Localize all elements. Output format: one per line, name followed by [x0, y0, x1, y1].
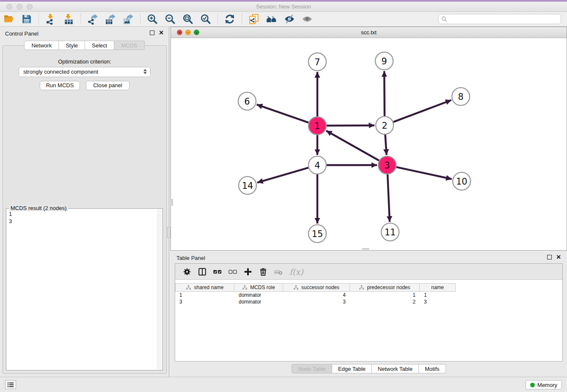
zoom-out-icon[interactable] — [164, 13, 176, 25]
export-network-icon[interactable] — [86, 13, 99, 25]
graph-edge-3-1[interactable] — [326, 131, 379, 160]
zoom-in-icon[interactable] — [146, 13, 159, 25]
clone-network-icon[interactable] — [248, 13, 260, 25]
graph-edge-4-14[interactable] — [257, 168, 308, 182]
table-panel-body: f(x) shared nameMCDS rolesuccessor nodes… — [175, 263, 563, 362]
float-table-panel-icon[interactable] — [547, 255, 552, 259]
table-rows: 1dominator4113dominator323 — [175, 292, 562, 305]
tab-style[interactable]: Style — [59, 41, 85, 50]
control-panel-title: Control Panel — [5, 30, 39, 37]
table-cell[interactable]: 4 — [283, 292, 350, 298]
delete-column-icon[interactable] — [258, 266, 269, 277]
column-header-name[interactable]: name — [420, 283, 456, 292]
table-row[interactable]: 3dominator323 — [175, 298, 562, 305]
table-cell[interactable]: 2 — [350, 298, 420, 305]
split-pane-grip[interactable] — [167, 227, 171, 238]
canvas-scroll-indicator-horizontal[interactable] — [362, 248, 369, 250]
save-session-icon[interactable] — [20, 13, 33, 25]
hide-selected-eye-icon[interactable] — [283, 13, 296, 25]
export-table-icon[interactable] — [104, 13, 117, 25]
graph-edge-1-6[interactable] — [257, 105, 309, 123]
network-maximize-button[interactable]: ＋ — [194, 30, 199, 35]
graph-node-label-1: 1 — [314, 121, 320, 131]
app-title: Session: New Session — [0, 2, 567, 12]
search-box[interactable] — [438, 14, 561, 24]
toolbar-separator — [140, 14, 140, 25]
tab-motifs[interactable]: Motifs — [419, 364, 446, 373]
mcds-result-scrollbar[interactable] — [157, 209, 162, 370]
close-panel-icon[interactable]: ✕ — [159, 29, 164, 36]
table-cell[interactable]: 3 — [283, 298, 350, 305]
mcds-result-box: MCDS result (2 nodes) 1 3 — [6, 208, 163, 370]
table-cell[interactable]: 1 — [420, 292, 456, 298]
optimization-criterion-select[interactable]: strongly connected component — [19, 67, 151, 77]
column-header-MCDS-role[interactable]: MCDS role — [234, 283, 283, 292]
graph-edge-2-3[interactable] — [385, 135, 386, 155]
open-folder-icon[interactable] — [3, 13, 15, 25]
network-window-titlebar[interactable]: ✕ − ＋ scc.txt — [171, 27, 567, 38]
tab-node-table[interactable]: Node Table — [292, 364, 332, 373]
control-panel: Control Panel ✕ NetworkStyleSelectMCDS O… — [0, 27, 169, 377]
graph-edge-3-11[interactable] — [388, 174, 390, 222]
export-image-icon[interactable] — [122, 13, 135, 25]
canvas-scroll-indicator-vertical[interactable] — [171, 199, 173, 206]
close-panel-button[interactable]: Close panel — [86, 81, 129, 90]
table-cell[interactable]: 3 — [420, 298, 456, 305]
column-layout-icon[interactable] — [197, 266, 208, 277]
console-log-button[interactable] — [5, 380, 16, 389]
tab-select[interactable]: Select — [85, 41, 114, 50]
table-cell[interactable]: 3 — [175, 298, 234, 305]
graph-node-label-14: 14 — [242, 181, 253, 191]
window-titlebar: Session: New Session — [0, 2, 567, 12]
import-network-icon[interactable] — [44, 13, 57, 25]
tab-network-table[interactable]: Network Table — [372, 364, 419, 373]
table-cell[interactable]: 1 — [175, 292, 234, 298]
table-cell[interactable]: 1 — [350, 292, 420, 298]
deselect-all-checks-icon[interactable] — [227, 266, 238, 277]
graph-node-label-6: 6 — [244, 97, 250, 107]
window-zoom-button[interactable] — [27, 4, 33, 10]
settings-gear-icon[interactable] — [182, 266, 193, 277]
table-header-row: shared nameMCDS rolesuccessor nodesprede… — [175, 283, 562, 292]
run-mcds-button[interactable]: Run MCDS — [40, 81, 80, 90]
window-minimize-button[interactable] — [17, 4, 22, 10]
close-table-panel-icon[interactable]: ✕ — [556, 254, 561, 260]
graph-node-label-2: 2 — [382, 121, 387, 131]
toolbar-separator — [217, 14, 218, 25]
memory-button[interactable]: Memory — [526, 380, 562, 389]
table-row[interactable]: 1dominator411 — [175, 292, 562, 298]
select-value: strongly connected component — [23, 69, 98, 75]
function-builder-icon-disabled: f(x) — [289, 267, 303, 276]
network-minimize-button[interactable]: − — [185, 30, 191, 35]
import-table-icon[interactable] — [62, 13, 75, 25]
refresh-layout-icon[interactable] — [223, 13, 236, 25]
search-input[interactable] — [447, 16, 561, 22]
tab-network[interactable]: Network — [24, 41, 59, 50]
tab-mcds[interactable]: MCDS — [114, 41, 144, 50]
show-all-eye-icon[interactable] — [301, 13, 314, 25]
network-canvas[interactable]: 7968124314101511 — [171, 38, 567, 250]
graph-edge-3-10[interactable] — [396, 167, 452, 179]
first-neighbors-icon[interactable] — [265, 13, 278, 25]
column-header-predecessor-nodes[interactable]: predecessor nodes — [350, 283, 420, 292]
toolbar-separator — [80, 14, 81, 25]
network-close-button[interactable]: ✕ — [177, 30, 182, 35]
float-panel-icon[interactable] — [150, 30, 154, 35]
optimization-criterion-label: Optimization criterion: — [0, 58, 169, 65]
table-panel-title: Table Panel — [176, 255, 205, 261]
memory-label: Memory — [537, 382, 557, 388]
graph-edge-2-9[interactable] — [384, 71, 385, 116]
zoom-selected-icon[interactable] — [199, 13, 212, 25]
add-column-icon[interactable] — [242, 266, 253, 277]
column-header-successor-nodes[interactable]: successor nodes — [283, 283, 350, 292]
select-all-checks-icon[interactable] — [212, 266, 223, 277]
graph-edge-2-8[interactable] — [394, 100, 451, 122]
table-cell[interactable]: dominator — [234, 298, 283, 305]
graph-edge-1-2[interactable] — [327, 125, 374, 126]
tab-edge-table[interactable]: Edge Table — [332, 364, 372, 373]
zoom-fit-icon[interactable] — [182, 13, 194, 25]
window-close-button[interactable] — [6, 4, 12, 10]
table-cell[interactable]: dominator — [234, 292, 283, 298]
memory-status-dot — [530, 383, 535, 387]
column-header-shared-name[interactable]: shared name — [175, 283, 234, 292]
